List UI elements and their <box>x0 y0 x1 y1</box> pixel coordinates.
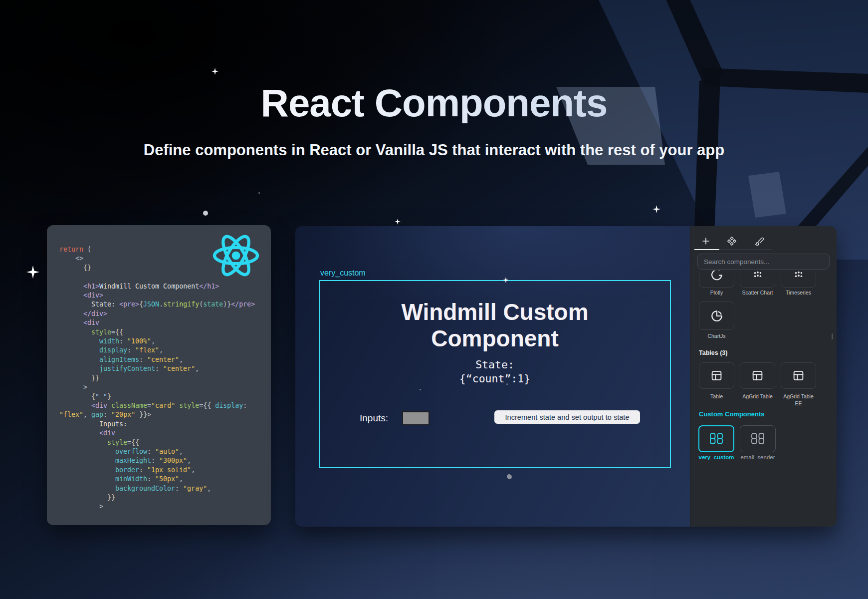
card-label: email_sender <box>740 454 776 461</box>
tables-labels-row: Table AgGrid Table AgGrid Table EE <box>699 393 816 407</box>
dot-decoration <box>203 211 208 216</box>
inputs-placeholder-box[interactable] <box>402 411 430 425</box>
plus-icon <box>701 236 711 246</box>
card-label: AgGrid Table <box>740 393 775 407</box>
code-editor-panel: return (<>{} <h1>Windmill Custom Compone… <box>47 225 271 525</box>
card-aggrid-table-ee[interactable] <box>781 362 816 389</box>
card-aggrid-table[interactable] <box>740 362 775 389</box>
custom-cards-row <box>698 425 776 452</box>
tab-styles[interactable] <box>753 235 765 247</box>
state-label: State: <box>320 358 670 372</box>
custom-component-frame[interactable]: Windmill Custom Component State: {“count… <box>319 280 671 468</box>
card-label: Plotly <box>699 290 734 297</box>
chart-cards-labels: Plotly Scatter Chart Timeseries <box>699 290 816 297</box>
dot-decoration <box>258 192 260 194</box>
card-table[interactable] <box>699 362 734 389</box>
card-timeseries[interactable] <box>781 271 816 288</box>
card-label: Scatter Chart <box>740 290 775 297</box>
component-diamonds-icon <box>727 236 737 246</box>
sparkle-decoration <box>652 205 660 213</box>
dot-decoration <box>507 474 511 479</box>
increment-state-button[interactable]: Increment state and set output to state <box>494 410 640 424</box>
tables-cards-row <box>699 362 816 389</box>
app-canvas[interactable]: very_custom Windmill Custom Component St… <box>295 226 690 527</box>
page-subtitle: Define components in React or Vanilla JS… <box>0 141 868 159</box>
app-editor-window: very_custom Windmill Custom Component St… <box>295 226 837 527</box>
paintbrush-icon <box>755 237 764 246</box>
chart-cards-row-clipped <box>690 271 837 291</box>
component-state: State: {“count”:1} <box>320 358 670 386</box>
card-label: Timeseries <box>781 290 816 297</box>
state-value: {“count”:1} <box>320 372 670 386</box>
component-id-label: very_custom <box>320 268 366 278</box>
card-label: very_custom <box>698 454 734 461</box>
card-very-custom[interactable] <box>698 425 734 452</box>
card-label: Table <box>699 393 734 407</box>
scrollbar-thumb[interactable] <box>832 333 833 339</box>
card-email-sender[interactable] <box>740 425 776 452</box>
custom-component-icon <box>750 433 765 445</box>
card-label: ChartJs <box>699 333 734 340</box>
card-chartjs[interactable] <box>699 301 734 330</box>
card-label: AgGrid Table EE <box>781 393 816 407</box>
component-palette: Plotly Scatter Chart Timeseries ChartJs … <box>690 226 837 527</box>
code-editor[interactable]: return (<>{} <h1>Windmill Custom Compone… <box>59 245 266 512</box>
component-heading: Windmill Custom Component <box>370 299 620 352</box>
page: React Components Define components in Re… <box>0 0 868 599</box>
card-plotly[interactable] <box>699 271 734 288</box>
custom-labels-row: very_custom email_sender <box>698 454 776 461</box>
dot-decoration <box>506 383 508 385</box>
plotly-icon <box>710 271 723 281</box>
table-icon <box>751 369 764 382</box>
chartjs-label-row: ChartJs <box>699 333 734 340</box>
custom-component-icon <box>709 433 724 445</box>
dot-decoration <box>420 389 421 390</box>
scatter-dots-icon <box>751 271 764 281</box>
sparkle-decoration <box>395 219 401 225</box>
table-icon <box>710 369 723 382</box>
card-scatter-chart[interactable] <box>740 271 775 288</box>
pie-chart-icon <box>710 309 723 322</box>
page-title: React Components <box>0 82 868 123</box>
custom-components-section-title: Custom Components <box>699 410 764 418</box>
sparkle-decoration <box>26 266 39 279</box>
active-tab-indicator <box>694 249 719 250</box>
tables-section-title: Tables (3) <box>699 349 727 356</box>
search-input[interactable] <box>697 254 830 270</box>
react-logo-icon <box>212 233 260 278</box>
timeseries-dots-icon <box>792 271 805 281</box>
sparkle-decoration <box>212 68 218 75</box>
tab-components[interactable] <box>726 235 738 247</box>
tab-add-component[interactable] <box>700 235 712 247</box>
inputs-label: Inputs: <box>360 413 388 424</box>
table-icon <box>792 369 805 382</box>
